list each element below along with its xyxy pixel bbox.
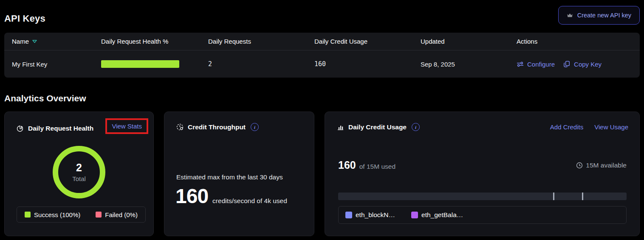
pie-chart-icon bbox=[17, 125, 24, 132]
column-header-updated: Updated bbox=[421, 38, 517, 45]
top-bar: API Keys Create new API key bbox=[4, 0, 640, 25]
donut-total-label: Total bbox=[72, 175, 86, 182]
legend-item-eth-blocknumber: eth_blockN… bbox=[345, 211, 395, 219]
daily-credit-usage-value: 160 bbox=[314, 60, 421, 68]
copy-icon bbox=[563, 61, 571, 68]
analytics-cards: Daily Request Health View Stats 2 Total … bbox=[4, 112, 640, 236]
usage-legend-swatch bbox=[411, 212, 418, 218]
annotation-view-stats-highlight: View Stats bbox=[105, 118, 148, 134]
column-header-requests: Daily Requests bbox=[208, 38, 314, 45]
sort-descending-icon bbox=[32, 40, 37, 43]
crown-icon bbox=[567, 12, 573, 19]
health-legend: Success (100%) Failed (0%) bbox=[17, 207, 146, 223]
throughput-card-title: Credit Throughput bbox=[188, 123, 246, 131]
column-header-name[interactable]: Name bbox=[12, 38, 101, 45]
info-icon[interactable]: i bbox=[251, 123, 259, 131]
credits-used-value: 160 bbox=[338, 159, 356, 171]
legend-item-eth-getbalance: eth_getBala… bbox=[411, 211, 463, 219]
bar-chart-icon bbox=[337, 123, 344, 131]
view-stats-link[interactable]: View Stats bbox=[112, 123, 142, 130]
health-bar-fill bbox=[101, 60, 179, 68]
credits-used-label: of 15M used bbox=[359, 163, 395, 170]
daily-requests-value: 2 bbox=[208, 60, 314, 68]
credit-usage-card-title: Daily Credit Usage bbox=[348, 123, 407, 131]
configure-link[interactable]: Configure bbox=[517, 61, 555, 68]
gauge-icon bbox=[176, 123, 184, 131]
daily-request-health-card: Daily Request Health View Stats 2 Total … bbox=[4, 112, 154, 236]
daily-credit-usage-card: Daily Credit Usage i Add Credits View Us… bbox=[325, 112, 640, 236]
health-card-header: Daily Request Health View Stats bbox=[5, 112, 153, 134]
page-title: API Keys bbox=[4, 13, 45, 24]
analytics-overview-title: Analytics Overview bbox=[4, 93, 640, 103]
column-header-credit-usage: Daily Credit Usage bbox=[314, 38, 421, 45]
api-keys-table: Name Daily Request Health % Daily Reques… bbox=[4, 33, 640, 78]
throughput-card-header: Credit Throughput i bbox=[164, 112, 314, 131]
info-icon[interactable]: i bbox=[412, 123, 420, 131]
legend-item-failed: Failed (0%) bbox=[96, 211, 138, 218]
add-credits-link[interactable]: Add Credits bbox=[550, 123, 583, 131]
view-usage-link[interactable]: View Usage bbox=[594, 123, 628, 131]
throughput-subtitle: Estimated max from the last 30 days bbox=[176, 173, 314, 181]
donut-total-value: 2 bbox=[76, 162, 82, 174]
api-key-name: My First Key bbox=[12, 61, 101, 68]
column-header-actions: Actions bbox=[517, 38, 640, 45]
credit-usage-legend: eth_blockN… eth_getBala… bbox=[338, 206, 627, 224]
updated-value: Sep 8, 2025 bbox=[421, 61, 517, 68]
credits-available-label: 15M available bbox=[586, 162, 627, 169]
clock-icon bbox=[576, 162, 583, 169]
failed-swatch bbox=[96, 212, 102, 218]
legend-item-success: Success (100%) bbox=[25, 211, 80, 218]
table-row: My First Key 2 160 Sep 8, 2025 Configure bbox=[4, 50, 640, 78]
copy-key-link[interactable]: Copy Key bbox=[563, 61, 602, 68]
throughput-unit: credits/second of 4k used bbox=[212, 197, 287, 205]
health-card-title: Daily Request Health bbox=[28, 125, 93, 132]
success-swatch bbox=[25, 212, 31, 218]
create-api-key-label: Create new API key bbox=[577, 12, 631, 19]
credit-usage-progress-bar bbox=[338, 193, 627, 200]
credit-throughput-card: Credit Throughput i Estimated max from t… bbox=[164, 112, 314, 236]
column-header-health: Daily Request Health % bbox=[101, 38, 208, 45]
create-api-key-button[interactable]: Create new API key bbox=[558, 6, 640, 25]
usage-legend-swatch bbox=[345, 212, 352, 218]
credit-usage-card-header: Daily Credit Usage i Add Credits View Us… bbox=[325, 112, 639, 131]
row-actions: Configure Copy Key bbox=[517, 61, 640, 68]
health-bar bbox=[101, 60, 179, 68]
request-health-donut-chart: 2 Total bbox=[53, 146, 105, 198]
dashboard-page: API Keys Create new API key Name Daily R… bbox=[0, 0, 644, 240]
credits-available: 15M available bbox=[576, 162, 627, 169]
throughput-value: 160 bbox=[175, 184, 208, 208]
usage-bar-marker bbox=[553, 193, 554, 200]
usage-bar-marker bbox=[582, 193, 583, 200]
sliders-icon bbox=[517, 61, 524, 68]
table-header-row: Name Daily Request Health % Daily Reques… bbox=[4, 33, 640, 50]
